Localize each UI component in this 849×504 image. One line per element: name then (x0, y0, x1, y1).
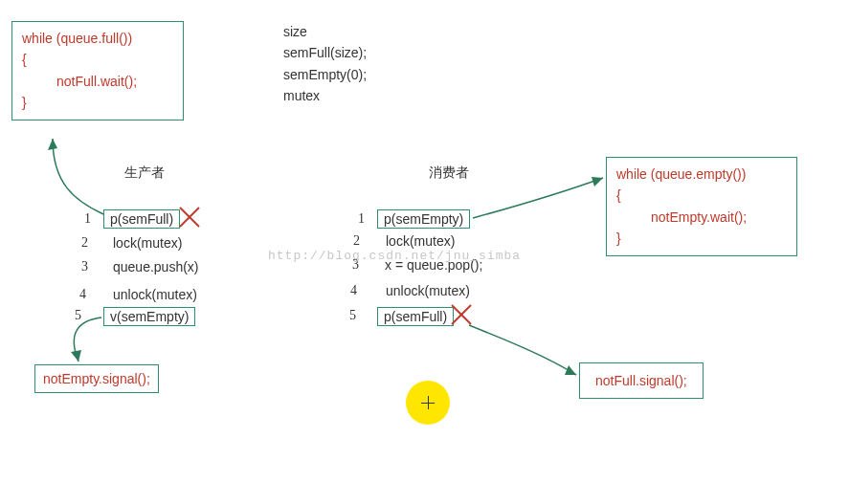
arrow-producer-to-signal (74, 318, 101, 362)
notempty-signal-box: notEmpty.signal(); (34, 364, 159, 393)
watermark: http://blog.csdn.net/jnu_simba (268, 249, 521, 263)
producer-label: 生产者 (124, 164, 165, 182)
arrow-consumer-to-while (473, 178, 603, 218)
producer-while-l1: while (queue.full()) (22, 28, 173, 49)
producer-while-l4: } (22, 92, 173, 113)
svg-line-1 (180, 208, 199, 227)
arrowhead-3 (592, 177, 603, 186)
producer-while-box: while (queue.full()) { notFull.wait(); } (11, 21, 184, 121)
svg-line-2 (452, 305, 471, 324)
consumer-step-5-text: p(semFull) (377, 307, 454, 326)
red-x-producer-icon (180, 208, 199, 227)
init-line-1: size (283, 21, 367, 42)
notempty-signal-text: notEmpty.signal(); (43, 371, 150, 386)
consumer-num-1: 1 (358, 211, 365, 227)
consumer-while-l1: while (queue.empty()) (616, 164, 787, 185)
consumer-while-l3: notEmpty.wait(); (616, 207, 787, 228)
consumer-step-1: p(semEmpty) (377, 208, 470, 230)
cursor-highlight-icon (406, 381, 450, 425)
notfull-signal-text: notFull.signal(); (595, 373, 687, 388)
consumer-num-5: 5 (349, 308, 356, 323)
red-x-consumer-icon (452, 305, 471, 324)
consumer-num-2: 2 (353, 233, 360, 249)
notfull-signal-box: notFull.signal(); (579, 362, 704, 399)
consumer-step-1-text: p(semEmpty) (377, 209, 470, 229)
producer-step-4: unlock(mutex) (113, 287, 197, 302)
consumer-while-l4: } (616, 228, 787, 249)
consumer-num-4: 4 (350, 283, 357, 298)
producer-step-5: v(semEmpty) (103, 306, 195, 327)
diagram-canvas: size semFull(size); semEmpty(0); mutex w… (0, 0, 849, 504)
producer-num-4: 4 (79, 287, 86, 302)
consumer-label: 消费者 (429, 164, 469, 182)
producer-num-1: 1 (84, 211, 91, 227)
producer-step-2: lock(mutex) (113, 235, 182, 251)
consumer-step-2: lock(mutex) (386, 233, 455, 249)
producer-num-3: 3 (81, 259, 88, 274)
producer-num-2: 2 (81, 235, 88, 251)
init-line-2: semFull(size); (283, 42, 367, 63)
svg-line-3 (452, 305, 471, 324)
arrow-consumer-to-signal (469, 325, 576, 375)
producer-step-1-text: p(semFull) (103, 209, 180, 229)
producer-while-l3: notFull.wait(); (22, 71, 173, 92)
producer-num-5: 5 (75, 308, 81, 323)
arrowhead-1 (48, 139, 57, 150)
arrowhead-4 (565, 365, 576, 375)
init-block: size semFull(size); semEmpty(0); mutex (283, 21, 367, 107)
init-line-3: semEmpty(0); (283, 64, 367, 85)
producer-step-5-text: v(semEmpty) (103, 307, 195, 326)
consumer-step-4: unlock(mutex) (386, 283, 470, 298)
producer-step-3: queue.push(x) (113, 259, 199, 274)
producer-step-1: p(semFull) (103, 208, 180, 230)
producer-while-l2: { (22, 49, 173, 70)
consumer-while-l2: { (616, 185, 787, 206)
svg-line-0 (180, 208, 199, 227)
arrow-producer-to-while (53, 139, 103, 214)
init-line-4: mutex (283, 85, 367, 106)
consumer-step-5: p(semFull) (377, 306, 454, 327)
arrowhead-2 (71, 350, 81, 362)
consumer-while-box: while (queue.empty()) { notEmpty.wait();… (606, 157, 797, 256)
